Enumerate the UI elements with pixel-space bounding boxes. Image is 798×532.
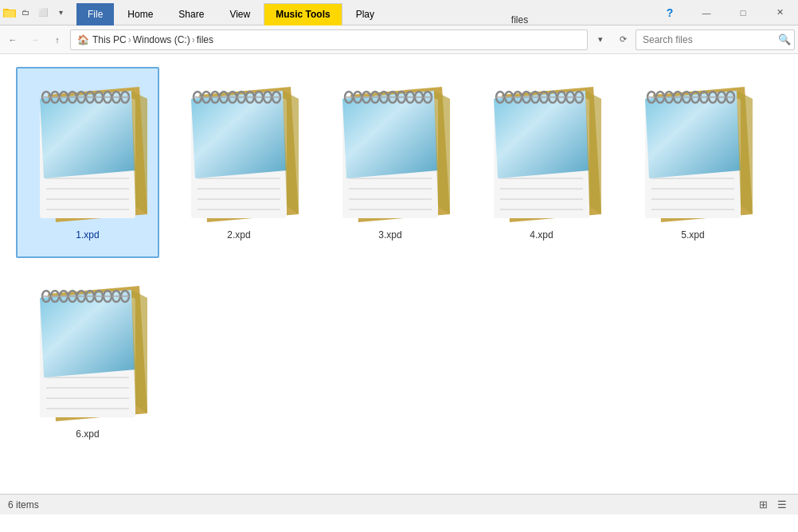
file-item[interactable]: 1.xpd xyxy=(16,67,159,258)
file-item[interactable]: 5.xpd xyxy=(621,67,765,258)
titlebar-left: 🗀 ⬜ ▾ xyxy=(0,5,68,21)
tab-view[interactable]: View xyxy=(217,3,262,25)
svg-marker-179 xyxy=(40,290,135,377)
svg-rect-2 xyxy=(4,10,15,18)
file-item[interactable]: 3.xpd xyxy=(319,67,462,258)
file-item[interactable]: 4.xpd xyxy=(470,67,613,258)
file-label: 4.xpd xyxy=(530,229,553,241)
large-icons-view-btn[interactable]: ⊞ xyxy=(755,497,771,513)
new-folder-quick-btn[interactable]: 🗀 xyxy=(18,5,33,21)
properties-quick-btn[interactable]: ⬜ xyxy=(35,5,51,21)
address-dropdown-btn[interactable]: ▾ xyxy=(591,30,610,49)
folder-icon xyxy=(3,6,16,19)
breadcrumb-files[interactable]: files xyxy=(197,34,213,45)
statusbar-right: ⊞ ☰ xyxy=(755,497,790,513)
maximize-button[interactable]: □ xyxy=(725,0,761,25)
titlebar: 🗀 ⬜ ▾ File Home Share View Music Tools P… xyxy=(0,0,798,25)
file-label: 2.xpd xyxy=(227,229,250,241)
minimize-button[interactable]: — xyxy=(688,0,725,25)
quick-access-toolbar: 🗀 ⬜ ▾ xyxy=(3,5,68,21)
file-item[interactable]: 2.xpd xyxy=(167,67,311,258)
window-controls: ? — □ ✕ xyxy=(651,0,798,25)
file-label: 3.xpd xyxy=(378,229,401,241)
breadcrumb-home-icon: 🏠 xyxy=(77,34,89,45)
file-item[interactable]: 6.xpd xyxy=(16,266,159,457)
file-label: 6.xpd xyxy=(76,428,99,440)
back-button[interactable]: ← xyxy=(3,30,22,49)
quick-access-dropdown[interactable]: ▾ xyxy=(53,5,68,21)
refresh-button[interactable]: ⟳ xyxy=(613,30,632,49)
forward-button[interactable]: → xyxy=(25,30,45,49)
statusbar: 6 items ⊞ ☰ xyxy=(0,494,798,514)
tab-home[interactable]: Home xyxy=(115,3,165,25)
search-icon: 🔍 xyxy=(778,33,791,45)
svg-marker-47 xyxy=(191,91,287,178)
search-box[interactable]: 🔍 xyxy=(636,29,795,50)
tab-play[interactable]: Play xyxy=(344,3,386,25)
file-label: 1.xpd xyxy=(76,229,99,241)
file-icon xyxy=(24,75,151,226)
breadcrumb-drive[interactable]: Windows (C:) xyxy=(133,34,190,45)
file-icon xyxy=(175,75,303,226)
details-view-btn[interactable]: ☰ xyxy=(774,497,790,513)
window-title: files xyxy=(388,14,651,25)
ribbon-tab-bar: File Home Share View Music Tools Play fi… xyxy=(68,0,651,25)
file-area: 1.xpd xyxy=(0,54,798,494)
file-label: 5.xpd xyxy=(681,229,704,241)
svg-marker-14 xyxy=(40,91,135,178)
svg-marker-113 xyxy=(494,91,589,178)
help-button[interactable]: ? xyxy=(651,0,688,25)
tab-music-tools[interactable]: Music Tools xyxy=(264,3,342,25)
file-icon xyxy=(24,274,151,425)
up-button[interactable]: ↑ xyxy=(48,30,67,49)
item-count: 6 items xyxy=(8,499,39,510)
svg-marker-80 xyxy=(342,91,438,178)
svg-marker-146 xyxy=(645,91,741,178)
address-bar[interactable]: 🏠 This PC › Windows (C:) › files xyxy=(70,29,588,50)
addressbar: ← → ↑ 🏠 This PC › Windows (C:) › files ▾… xyxy=(0,25,798,54)
search-input[interactable] xyxy=(643,34,778,45)
tab-share[interactable]: Share xyxy=(166,3,216,25)
file-icon xyxy=(629,75,757,226)
close-button[interactable]: ✕ xyxy=(761,0,798,25)
file-icon xyxy=(327,75,454,226)
file-icon xyxy=(478,75,605,226)
breadcrumb-thispc[interactable]: This PC xyxy=(92,34,127,45)
tab-file[interactable]: File xyxy=(76,3,114,25)
